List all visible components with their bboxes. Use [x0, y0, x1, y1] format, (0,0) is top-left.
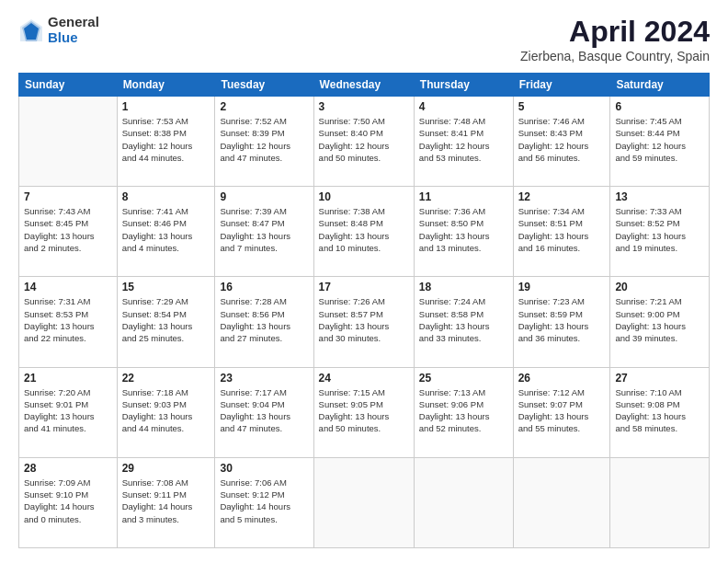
day-cell-w1-d2: 1Sunrise: 7:53 AMSunset: 8:38 PMDaylight…: [117, 97, 215, 187]
day-info: Sunrise: 7:38 AMSunset: 8:48 PMDaylight:…: [319, 205, 409, 254]
logo-text: General Blue: [48, 15, 99, 45]
day-number: 17: [319, 281, 409, 293]
day-number: 23: [220, 372, 308, 385]
week-row-3: 14Sunrise: 7:31 AMSunset: 8:53 PMDayligh…: [19, 277, 710, 367]
day-cell-w2-d5: 11Sunrise: 7:36 AMSunset: 8:50 PMDayligh…: [414, 187, 513, 277]
day-number: 5: [518, 100, 606, 113]
day-number: 28: [24, 462, 112, 475]
week-row-1: 1Sunrise: 7:53 AMSunset: 8:38 PMDaylight…: [19, 97, 710, 187]
day-cell-w3-d5: 18Sunrise: 7:24 AMSunset: 8:58 PMDayligh…: [414, 277, 513, 367]
day-number: 11: [419, 190, 508, 203]
day-info: Sunrise: 7:18 AMSunset: 9:03 PMDaylight:…: [122, 386, 210, 435]
day-info: Sunrise: 7:21 AMSunset: 9:00 PMDaylight:…: [615, 295, 704, 344]
day-number: 12: [518, 190, 606, 203]
week-row-5: 28Sunrise: 7:09 AMSunset: 9:10 PMDayligh…: [19, 457, 710, 547]
day-info: Sunrise: 7:10 AMSunset: 9:08 PMDaylight:…: [615, 386, 704, 435]
day-cell-w4-d1: 21Sunrise: 7:20 AMSunset: 9:01 PMDayligh…: [19, 367, 118, 457]
title-block: April 2024 Zierbena, Basque Country, Spa…: [520, 15, 710, 63]
day-cell-w3-d2: 15Sunrise: 7:29 AMSunset: 8:54 PMDayligh…: [117, 277, 215, 367]
day-info: Sunrise: 7:12 AMSunset: 9:07 PMDaylight:…: [518, 386, 606, 435]
day-info: Sunrise: 7:17 AMSunset: 9:04 PMDaylight:…: [220, 386, 308, 435]
header-sunday: Sunday: [19, 74, 118, 97]
day-cell-w5-d1: 28Sunrise: 7:09 AMSunset: 9:10 PMDayligh…: [19, 457, 118, 547]
day-cell-w2-d1: 7Sunrise: 7:43 AMSunset: 8:45 PMDaylight…: [19, 187, 118, 277]
logo: General Blue: [18, 15, 99, 45]
subtitle: Zierbena, Basque Country, Spain: [520, 49, 710, 63]
day-info: Sunrise: 7:45 AMSunset: 8:44 PMDaylight:…: [615, 115, 704, 164]
day-cell-w4-d5: 25Sunrise: 7:13 AMSunset: 9:06 PMDayligh…: [414, 367, 513, 457]
day-info: Sunrise: 7:52 AMSunset: 8:39 PMDaylight:…: [220, 115, 308, 164]
day-info: Sunrise: 7:41 AMSunset: 8:46 PMDaylight:…: [122, 205, 210, 254]
day-number: 25: [419, 372, 508, 385]
day-number: 14: [24, 281, 112, 293]
day-number: 16: [220, 281, 308, 293]
day-info: Sunrise: 7:48 AMSunset: 8:41 PMDaylight:…: [419, 115, 508, 164]
day-info: Sunrise: 7:46 AMSunset: 8:43 PMDaylight:…: [518, 115, 606, 164]
day-info: Sunrise: 7:53 AMSunset: 8:38 PMDaylight:…: [122, 115, 210, 164]
day-info: Sunrise: 7:13 AMSunset: 9:06 PMDaylight:…: [419, 386, 508, 435]
day-cell-w2-d2: 8Sunrise: 7:41 AMSunset: 8:46 PMDaylight…: [117, 187, 215, 277]
weekday-header-row: Sunday Monday Tuesday Wednesday Thursday…: [19, 74, 710, 97]
day-number: 18: [419, 281, 508, 293]
day-number: 8: [122, 190, 210, 203]
day-info: Sunrise: 7:39 AMSunset: 8:47 PMDaylight:…: [220, 205, 308, 254]
day-number: 19: [518, 281, 606, 293]
day-info: Sunrise: 7:23 AMSunset: 8:59 PMDaylight:…: [518, 295, 606, 344]
header-wednesday: Wednesday: [313, 74, 414, 97]
day-cell-w5-d2: 29Sunrise: 7:08 AMSunset: 9:11 PMDayligh…: [117, 457, 215, 547]
day-cell-w1-d1: [19, 97, 118, 187]
day-cell-w1-d7: 6Sunrise: 7:45 AMSunset: 8:44 PMDaylight…: [610, 97, 710, 187]
day-cell-w2-d6: 12Sunrise: 7:34 AMSunset: 8:51 PMDayligh…: [513, 187, 610, 277]
day-number: 27: [615, 372, 704, 385]
day-info: Sunrise: 7:29 AMSunset: 8:54 PMDaylight:…: [122, 295, 210, 344]
logo-blue-text: Blue: [48, 30, 99, 46]
day-cell-w1-d5: 4Sunrise: 7:48 AMSunset: 8:41 PMDaylight…: [414, 97, 513, 187]
day-info: Sunrise: 7:31 AMSunset: 8:53 PMDaylight:…: [24, 295, 112, 344]
day-cell-w3-d1: 14Sunrise: 7:31 AMSunset: 8:53 PMDayligh…: [19, 277, 118, 367]
logo-general-text: General: [48, 15, 99, 30]
day-number: 2: [220, 100, 308, 113]
day-number: 1: [122, 100, 210, 113]
day-number: 6: [615, 100, 704, 113]
day-info: Sunrise: 7:06 AMSunset: 9:12 PMDaylight:…: [220, 477, 308, 525]
day-number: 13: [615, 190, 704, 203]
day-cell-w1-d4: 3Sunrise: 7:50 AMSunset: 8:40 PMDaylight…: [313, 97, 414, 187]
day-info: Sunrise: 7:50 AMSunset: 8:40 PMDaylight:…: [319, 115, 409, 164]
logo-icon: [18, 17, 44, 43]
day-info: Sunrise: 7:34 AMSunset: 8:51 PMDaylight:…: [518, 205, 606, 254]
day-cell-w2-d7: 13Sunrise: 7:33 AMSunset: 8:52 PMDayligh…: [610, 187, 710, 277]
day-info: Sunrise: 7:33 AMSunset: 8:52 PMDaylight:…: [615, 205, 704, 254]
day-info: Sunrise: 7:24 AMSunset: 8:58 PMDaylight:…: [419, 295, 508, 344]
day-cell-w5-d5: [414, 457, 513, 547]
main-title: April 2024: [520, 15, 710, 49]
day-cell-w3-d7: 20Sunrise: 7:21 AMSunset: 9:00 PMDayligh…: [610, 277, 710, 367]
header-friday: Friday: [513, 74, 610, 97]
day-info: Sunrise: 7:43 AMSunset: 8:45 PMDaylight:…: [24, 205, 112, 254]
day-number: 20: [615, 281, 704, 293]
day-number: 29: [122, 462, 210, 475]
day-cell-w5-d3: 30Sunrise: 7:06 AMSunset: 9:12 PMDayligh…: [215, 457, 313, 547]
day-number: 10: [319, 190, 409, 203]
day-number: 4: [419, 100, 508, 113]
week-row-2: 7Sunrise: 7:43 AMSunset: 8:45 PMDaylight…: [19, 187, 710, 277]
day-cell-w3-d4: 17Sunrise: 7:26 AMSunset: 8:57 PMDayligh…: [313, 277, 414, 367]
day-cell-w5-d4: [313, 457, 414, 547]
day-cell-w2-d4: 10Sunrise: 7:38 AMSunset: 8:48 PMDayligh…: [313, 187, 414, 277]
calendar-body: 1Sunrise: 7:53 AMSunset: 8:38 PMDaylight…: [19, 97, 710, 548]
day-cell-w4-d6: 26Sunrise: 7:12 AMSunset: 9:07 PMDayligh…: [513, 367, 610, 457]
day-cell-w4-d2: 22Sunrise: 7:18 AMSunset: 9:03 PMDayligh…: [117, 367, 215, 457]
day-number: 7: [24, 190, 112, 203]
day-cell-w4-d3: 23Sunrise: 7:17 AMSunset: 9:04 PMDayligh…: [215, 367, 313, 457]
header-thursday: Thursday: [414, 74, 513, 97]
day-number: 22: [122, 372, 210, 385]
day-info: Sunrise: 7:20 AMSunset: 9:01 PMDaylight:…: [24, 386, 112, 435]
page: General Blue April 2024 Zierbena, Basque…: [0, 0, 728, 563]
day-number: 3: [319, 100, 409, 113]
day-cell-w1-d6: 5Sunrise: 7:46 AMSunset: 8:43 PMDaylight…: [513, 97, 610, 187]
day-cell-w4-d4: 24Sunrise: 7:15 AMSunset: 9:05 PMDayligh…: [313, 367, 414, 457]
header-tuesday: Tuesday: [215, 74, 313, 97]
day-number: 30: [220, 462, 308, 475]
day-info: Sunrise: 7:28 AMSunset: 8:56 PMDaylight:…: [220, 295, 308, 344]
day-cell-w3-d6: 19Sunrise: 7:23 AMSunset: 8:59 PMDayligh…: [513, 277, 610, 367]
calendar-header: Sunday Monday Tuesday Wednesday Thursday…: [19, 74, 710, 97]
